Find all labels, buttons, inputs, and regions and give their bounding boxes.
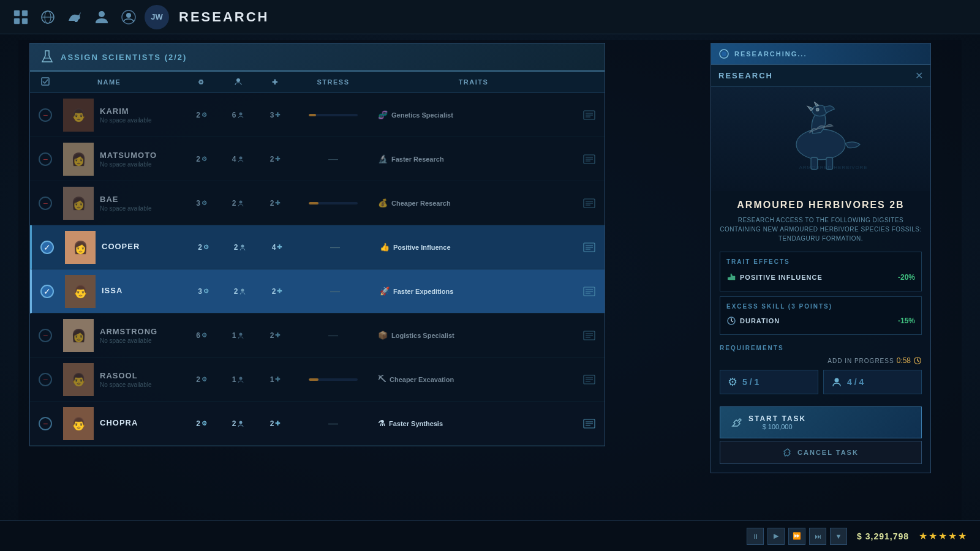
col-plus: ✚ [257,78,293,86]
row-check-karim[interactable]: − [30,108,61,122]
sci-name-bae: BAE [100,195,152,204]
scientist-row-rasool[interactable]: − 👨 RASOOL No space available 2⚙ 1 1✚ ⛏ … [30,358,605,402]
speed-button[interactable]: ⏭ [809,528,826,545]
check-circle-bae: − [39,197,52,210]
row-check-bae[interactable]: − [30,197,61,210]
row-check-armstrong[interactable]: − [30,329,61,342]
svg-rect-3 [22,18,28,24]
dino-silhouette: ARMOURED HERBIVORE [772,99,870,179]
row-check-rasool[interactable]: − [30,373,61,386]
gear-stat-icon: ⚙ [728,375,737,389]
stat-gear-matsumoto: 2⚙ [183,155,220,163]
svg-point-37 [239,332,243,335]
dino-image-area: ARMOURED HERBIVORE [711,87,930,191]
scientist-row-karim[interactable]: − 👨 KARIM No space available 2⚙ 6 3✚ 🧬 G… [30,93,605,137]
row-check-cooper[interactable]: ✓ [32,241,62,254]
research-status-icon [718,48,729,59]
check-circle-rasool: − [39,373,52,386]
stat-plus-matsumoto: 2✚ [257,155,293,163]
dropdown-button[interactable]: ▼ [830,528,847,545]
stat-people-armstrong: 1 [220,331,257,340]
research-description: RESEARCH ACCESS TO THE FOLLOWING DIGSITE… [720,216,922,243]
row-check-issa[interactable]: ✓ [32,285,62,298]
sci-name-armstrong: ARMSTRONG [100,327,157,336]
svg-point-53 [722,51,726,56]
scientist-row-cooper[interactable]: ✓ 👩 COOPER 2⚙ 2 4✚ — 👍 Positive Influenc… [30,225,605,269]
row-check-chopra[interactable]: − [30,417,61,430]
people-stat-value: 4 / 4 [847,377,864,387]
scientist-row-issa[interactable]: ✓ 👨 ISSA 3⚙ 2 2✚ — 🚀 Faster Expeditions [30,269,605,313]
timer-display: ADD IN PROGRESS 0:58 [720,356,922,365]
trait-cell-matsumoto: 🔬 Faster Research [373,154,574,163]
stat-people-chopra: 2 [220,419,257,428]
svg-point-27 [241,244,244,247]
detail-btn-cooper[interactable] [574,242,605,253]
research-content: ARMOURED HERBIVORES 2B RESEARCH ACCESS T… [711,191,930,473]
svg-point-12 [239,112,243,115]
detail-icon-cooper [582,242,596,253]
grid-icon[interactable] [10,6,32,28]
detail-btn-armstrong[interactable] [574,330,605,341]
detail-btn-karim[interactable] [574,110,605,121]
stat-gear-karim: 2⚙ [183,111,220,119]
sci-status-armstrong: No space available [100,337,157,344]
sci-status-rasool: No space available [100,381,152,388]
dino-icon[interactable] [64,6,86,28]
svg-point-17 [239,156,243,159]
stat-plus-chopra: 2✚ [257,419,293,428]
scientist-row-matsumoto[interactable]: − 👩 MATSUMOTO No space available 2⚙ 4 2✚… [30,137,605,181]
stat-plus-karim: 3✚ [257,111,293,119]
scientist-info-cooper: 👩 COOPER [62,231,185,264]
start-task-button[interactable]: START TASK $ 100,000 [720,407,922,438]
avatar-armstrong: 👩 [63,319,94,352]
detail-btn-chopra[interactable] [574,418,605,429]
play-button[interactable]: ▶ [767,528,785,545]
stress-cell-bae [293,202,373,204]
svg-point-42 [239,377,243,380]
detail-btn-matsumoto[interactable] [574,154,605,165]
scientist-row-chopra[interactable]: − 👨 CHOPRA 2⚙ 2 2✚ — ⚗ Faster Synthesis [30,402,605,446]
trait-icon-chopra: ⚗ [378,419,385,428]
stress-cell-chopra: — [293,418,373,429]
pause-button[interactable]: ⏸ [747,528,764,545]
globe-icon[interactable] [37,6,59,28]
sci-name-cooper: COOPER [102,242,140,251]
col-name: NAME [61,78,183,86]
fast-forward-button[interactable]: ⏩ [788,528,805,545]
researching-label: RESEARCHING... [734,50,807,58]
svg-marker-68 [784,449,790,456]
stat-gear-chopra: 2⚙ [183,419,220,428]
detail-btn-rasool[interactable] [574,374,605,385]
scientist-row-bae[interactable]: − 👩 BAE No space available 3⚙ 2 2✚ 💰 Che… [30,181,605,225]
person-icon[interactable] [91,6,113,28]
scientist-info-armstrong: 👩 ARMSTRONG No space available [61,319,183,352]
detail-btn-issa[interactable] [574,286,605,297]
svg-point-32 [241,288,244,291]
scientist-row-armstrong[interactable]: − 👩 ARMSTRONG No space available 6⚙ 1 2✚… [30,313,605,358]
detail-btn-bae[interactable] [574,198,605,209]
detail-icon-matsumoto [582,154,596,165]
req-gear-stat: ⚙ 5 / 1 [720,370,818,394]
people-stat-icon [831,377,842,388]
scientist-info-rasool: 👨 RASOOL No space available [61,363,183,396]
research-header: RESEARCH ✕ [711,65,930,87]
close-button[interactable]: ✕ [915,70,923,81]
trait-icon-rasool: ⛏ [378,375,386,384]
trait-label-matsumoto: Faster Research [391,156,444,163]
cancel-task-button[interactable]: CANCEL TASK [720,441,922,464]
sci-name-issa: ISSA [102,286,123,295]
trait-cell-bae: 💰 Cheaper Research [373,198,574,208]
positive-influence-effect: POSITIVE INFLUENCE -20% [726,270,915,285]
scientist-info-bae: 👩 BAE No space available [61,187,183,220]
user-circle-icon[interactable] [118,6,140,28]
trait-icon-cooper: 👍 [380,242,390,252]
trait-cell-rasool: ⛏ Cheaper Excavation [373,375,574,384]
stat-plus-armstrong: 2✚ [257,331,293,340]
row-check-matsumoto[interactable]: − [30,152,61,166]
stat-people-matsumoto: 4 [220,155,257,163]
panel-header-title: ASSIGN SCIENTISTS (2/2) [61,53,187,62]
svg-point-7 [99,11,105,17]
svg-rect-1 [22,10,28,16]
excess-skill-section: EXCESS SKILL (3 POINTS) DURATION -15% [720,296,922,335]
svg-line-63 [731,321,733,322]
